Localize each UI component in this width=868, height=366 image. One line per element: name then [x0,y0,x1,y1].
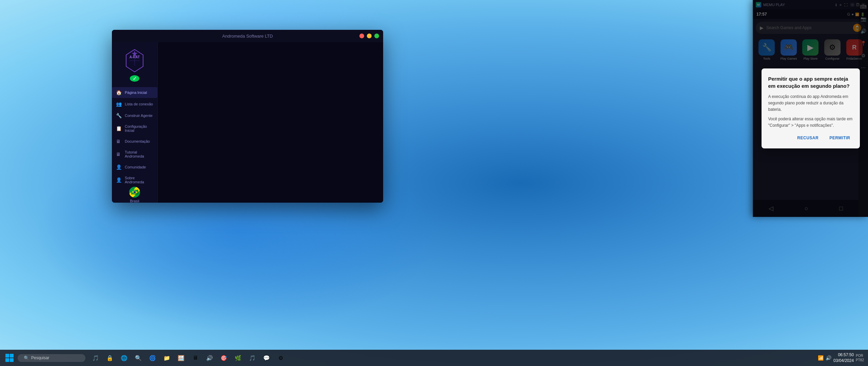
arat-window-controls [359,34,379,38]
arat-logo-svg: A-RAT [123,49,146,73]
sidebar-item-config[interactable]: 📋 Configuração Inicial [112,122,157,135]
sidebar-item-docs-label: Documentação [125,139,150,143]
dialog-actions: RECUSAR PERMITIR [768,134,853,142]
dialog-body-2: Você poderá alterar essa opção mais tard… [768,116,853,129]
taskbar-search-icon: 🔍 [24,355,29,361]
taskbar-icon-6[interactable]: 🪟 [175,352,187,364]
arat-titlebar: Andromeda Software LTD [112,30,383,42]
taskbar-icon-5[interactable]: 📁 [161,352,173,364]
windows-logo [5,354,14,362]
sidebar-item-about[interactable]: 👤 Sobre Andromeda [112,173,157,187]
arat-bottom-info: 🇧🇷 Brasil V4.5 [129,187,140,203]
about-icon: 👤 [116,177,122,183]
taskbar-icon-12[interactable]: 💬 [260,352,273,364]
arat-maximize-button[interactable] [374,34,379,38]
sidebar-item-home[interactable]: 🏠 Página Inicial [112,87,157,98]
connections-icon: 👥 [116,101,122,107]
taskbar-language: POR PT82 [856,353,864,362]
arat-country-flag: 🇧🇷 [129,187,140,198]
memu-permission-dialog: Permitir que o app sempre esteja em exec… [762,68,860,148]
arat-minimize-button[interactable] [367,34,372,38]
sidebar-item-tutorial[interactable]: 🖥 Tutorial Andromeda [112,147,157,161]
taskbar-time: 06:57:50 [833,352,854,358]
taskbar-search-placeholder: Pesquisar [31,355,49,360]
arat-window-title: Andromeda Software LTD [222,34,273,39]
config-icon: 📋 [116,126,122,131]
taskbar-network-icon: 📶 [818,355,824,361]
start-button[interactable] [4,352,15,363]
taskbar-icon-11[interactable]: 🎵 [246,352,258,364]
taskbar-volume-icon: 🔊 [826,355,831,361]
taskbar-icon-7[interactable]: 🖥 [189,352,201,364]
sidebar-item-build[interactable]: 🔧 Construir Agente [112,110,157,121]
sidebar-item-config-label: Configuração Inicial [125,124,153,133]
taskbar: 🔍 Pesquisar 🎵 🔒 🌐 🔍 🌀 📁 🪟 🖥 🔊 🎯 🌿 🎵 💬 ⚙ … [0,350,868,366]
community-icon: 👤 [116,164,122,170]
arat-window: Andromeda Software LTD A-RAT [112,30,383,203]
arat-logo: A-RAT [121,49,148,73]
arat-sidebar: A-RAT ✓ 🏠 Página Inicial 👥 Lista de cone… [112,42,158,203]
sidebar-item-build-label: Construir Agente [125,114,153,118]
taskbar-icon-10[interactable]: 🌿 [232,352,244,364]
taskbar-icon-3[interactable]: 🔍 [132,352,144,364]
arat-badge-icon: ✓ [133,75,137,82]
dialog-body: A execução contínua do app Andromeda em … [768,94,853,129]
sidebar-item-connections[interactable]: 👥 Lista de conexão [112,99,157,109]
taskbar-app-icons: 🎵 🔒 🌐 🔍 🌀 📁 🪟 🖥 🔊 🎯 🌿 🎵 💬 ⚙ [90,352,818,364]
taskbar-date: 03/04/2024 [833,358,854,364]
tutorial-icon: 🖥 [116,151,122,157]
arat-main-content [158,42,383,203]
sidebar-item-tutorial-label: Tutorial Andromeda [125,150,153,158]
sidebar-item-connections-label: Lista de conexão [125,102,153,106]
taskbar-search[interactable]: 🔍 Pesquisar [18,354,85,362]
taskbar-icon-4[interactable]: 🌀 [146,352,159,364]
taskbar-icon-8[interactable]: 🔊 [203,352,216,364]
build-icon: 🔧 [116,113,122,118]
arat-country-label: Brasil [130,199,139,203]
arat-close-button[interactable] [359,34,364,38]
taskbar-icon-9[interactable]: 🎯 [218,352,230,364]
dialog-body-1: A execução contínua do app Andromeda em … [768,94,853,113]
sidebar-item-community[interactable]: 👤 Comunidade [112,162,157,172]
memu-window: M MEMU PLAY ℹ ≡ ⛶ ─ ❐ ✕ 17:57 G ● 📶 🔋 ▶ … [753,0,868,217]
taskbar-icon-0[interactable]: 🎵 [90,352,102,364]
dialog-title: Permitir que o app sempre esteja em exec… [768,75,853,89]
arat-status-badge: ✓ [130,75,139,82]
arat-nav: 🏠 Página Inicial 👥 Lista de conexão 🔧 Co… [112,87,157,187]
dialog-decline-button[interactable]: RECUSAR [794,134,821,142]
taskbar-icon-2[interactable]: 🌐 [118,352,130,364]
taskbar-clock[interactable]: 06:57:50 03/04/2024 [833,352,854,364]
sidebar-item-community-label: Comunidade [125,165,146,169]
taskbar-tray: 📶 🔊 06:57:50 03/04/2024 POR PT82 [818,352,864,364]
sidebar-item-docs[interactable]: 🖥 Documentação [112,136,157,147]
taskbar-icon-13[interactable]: ⚙ [275,352,287,364]
memu-dialog-overlay: Permitir que o app sempre esteja em exec… [753,0,868,217]
sidebar-item-home-label: Página Inicial [125,90,147,95]
dialog-allow-button[interactable]: PERMITIR [827,134,853,142]
home-icon: 🏠 [116,90,122,95]
taskbar-icon-1[interactable]: 🔒 [104,352,116,364]
sidebar-item-about-label: Sobre Andromeda [125,176,153,184]
docs-icon: 🖥 [116,139,122,144]
